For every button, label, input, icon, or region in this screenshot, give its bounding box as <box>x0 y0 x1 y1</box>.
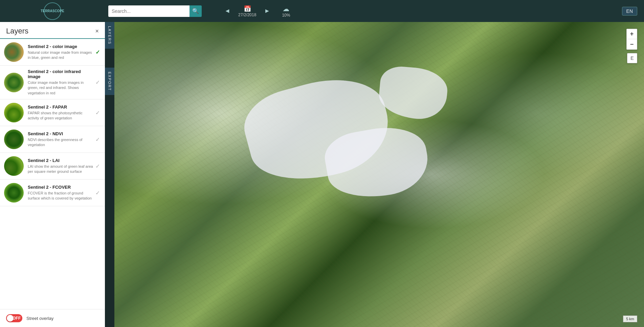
edit-button[interactable]: E <box>627 53 637 63</box>
layer-item[interactable]: Sentinel 2 - FAPAR FAPAR shows the photo… <box>0 99 105 126</box>
street-overlay-label: Street overlay <box>26 316 53 321</box>
layer-thumbnail <box>4 103 24 122</box>
layer-list: Sentinel 2 - color image Natural color i… <box>0 39 105 309</box>
layer-name: Sentinel 2 - NDVI <box>28 131 94 136</box>
map-background <box>114 22 644 327</box>
layer-check-icon: ✓ <box>94 136 101 143</box>
layers-header: Layers × <box>0 22 105 39</box>
edit-icon: E <box>630 55 634 61</box>
export-tab[interactable]: EXPORT <box>105 68 114 95</box>
nav-controls: ◄ 📅 27/2/2018 ► ☁ 10% <box>222 5 290 18</box>
layer-description: NDVI describes the greenness of vegetati… <box>28 137 94 148</box>
zoom-controls: + − <box>626 29 637 50</box>
export-tab-label: EXPORT <box>108 72 112 91</box>
layer-description: FAPAR shows the photosynthetic activity … <box>28 111 94 121</box>
logo-area: TERRA SCOPE <box>0 2 105 20</box>
layer-name: Sentinel 2 - color infrared image <box>28 69 94 79</box>
search-button[interactable]: 🔍 <box>190 5 202 17</box>
layer-description: Natural color image made from images in … <box>28 50 94 61</box>
street-overlay-toggle[interactable]: OFF <box>6 314 22 322</box>
layer-name: Sentinel 2 - FAPAR <box>28 104 94 110</box>
layer-check-icon: ✓ <box>94 190 101 196</box>
layers-title: Layers <box>6 27 28 36</box>
layer-thumbnail <box>4 42 24 62</box>
layer-info: Sentinel 2 - FAPAR FAPAR shows the photo… <box>28 104 94 121</box>
logo-line2: SCOPE <box>52 9 64 13</box>
layer-info: Sentinel 2 - color image Natural color i… <box>28 44 94 61</box>
zoom-in-button[interactable]: + <box>627 29 637 39</box>
layer-name: Sentinel 2 - color image <box>28 44 94 49</box>
layer-thumbnail <box>4 183 24 203</box>
cloud-icon: ☁ <box>283 5 289 13</box>
layer-item[interactable]: Sentinel 2 - color image Natural color i… <box>0 39 105 66</box>
layer-info: Sentinel 2 - NDVI NDVI describes the gre… <box>28 131 94 148</box>
layer-info: Sentinel 2 - color infrared image Color … <box>28 69 94 96</box>
calendar-icon: 📅 <box>244 5 251 13</box>
sidebar-panel: Layers × Sentinel 2 - color image Natura… <box>0 22 105 327</box>
scale-label: 5 km <box>626 317 634 321</box>
layer-thumbnail <box>4 73 24 92</box>
street-overlay-row: OFF Street overlay <box>0 309 105 327</box>
layer-name: Sentinel 2 - FCOVER <box>28 185 94 190</box>
scale-bar: 5 km <box>623 316 637 322</box>
layer-item[interactable]: Sentinel 2 - color infrared image Color … <box>0 66 105 99</box>
logo-line1: TERRA <box>41 9 52 13</box>
cloud-cover-label: 10% <box>282 13 290 18</box>
toggle-off-label: OFF <box>13 316 21 321</box>
topbar: TERRA SCOPE 🔍 ◄ 📅 27/2/2018 ► ☁ 10% EN <box>0 0 644 22</box>
layer-item[interactable]: Sentinel 2 - LAI LAI show the amount of … <box>0 153 105 180</box>
prev-date-button[interactable]: ◄ <box>222 6 233 17</box>
search-icon: 🔍 <box>192 8 199 14</box>
layer-check-icon: ✓ <box>94 49 101 55</box>
close-sidebar-button[interactable]: × <box>95 28 99 35</box>
date-label: 27/2/2018 <box>238 13 256 17</box>
layer-description: LAI show the amount of green leaf area p… <box>28 164 94 174</box>
zoom-out-button[interactable]: − <box>627 39 637 49</box>
search-area: 🔍 <box>108 5 202 17</box>
layer-description: Color image made from images in green, r… <box>28 80 94 96</box>
language-button[interactable]: EN <box>622 7 637 16</box>
layer-check-icon: ✓ <box>94 79 101 86</box>
layers-tab-label: LAYERS <box>108 26 112 45</box>
cloud-display: ☁ 10% <box>282 5 290 18</box>
date-display: 📅 27/2/2018 <box>238 5 256 17</box>
layers-tab[interactable]: LAYERS <box>105 22 114 49</box>
layer-thumbnail <box>4 156 24 176</box>
layer-thumbnail <box>4 130 24 149</box>
layer-description: FCOVER is the fraction of ground surface… <box>28 191 94 201</box>
next-date-button[interactable]: ► <box>262 6 272 17</box>
layer-name: Sentinel 2 - LAI <box>28 158 94 163</box>
layer-item[interactable]: Sentinel 2 - FCOVER FCOVER is the fracti… <box>0 180 105 206</box>
map-area[interactable]: + − E 5 km <box>114 22 644 327</box>
layer-item[interactable]: Sentinel 2 - NDVI NDVI describes the gre… <box>0 126 105 153</box>
layer-check-icon: ✓ <box>94 163 101 169</box>
app-logo: TERRA SCOPE <box>44 2 61 20</box>
layer-info: Sentinel 2 - FCOVER FCOVER is the fracti… <box>28 185 94 201</box>
layer-check-icon: ✓ <box>94 110 101 116</box>
search-input[interactable] <box>108 5 190 17</box>
layer-info: Sentinel 2 - LAI LAI show the amount of … <box>28 158 94 174</box>
